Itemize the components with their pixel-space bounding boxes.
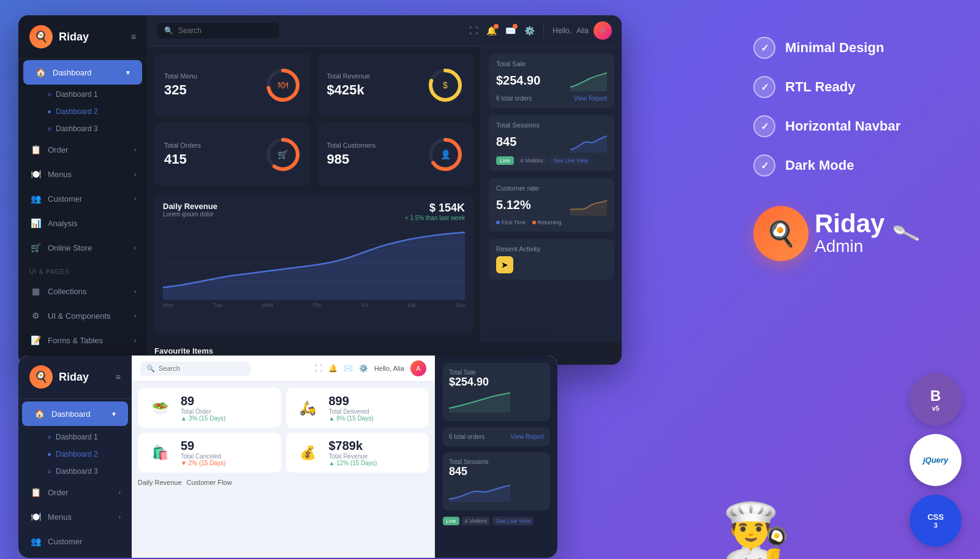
order-label-light: Order — [48, 488, 113, 497]
right-card-sessions2: Total Sessions 845 — [443, 452, 550, 511]
sidebar-light-d3[interactable]: Dashboard 3 — [18, 463, 132, 480]
bell-icon-light[interactable]: 🔔 — [328, 364, 337, 373]
hamburger-icon[interactable]: ≡ — [131, 32, 136, 42]
sidebar-item-ui-components[interactable]: ⚙ UI & Components › — [18, 303, 147, 328]
dot-d1-light — [48, 436, 51, 439]
sidebar-light-customer[interactable]: 👥 Customer — [18, 529, 132, 553]
stat-card-total-menu: Total Menu 325 🍽 — [154, 54, 311, 116]
stat-info-orders: Total Orders 415 — [164, 142, 265, 167]
feature-label-horizontal: Horizontal Navbar — [785, 118, 900, 134]
search-box[interactable]: 🔍 — [157, 23, 279, 39]
dashboard-light: 🍳 Riday ≡ 🏠 Dashboard ▼ Dashboard 1 Dash… — [18, 356, 557, 558]
right-card-recent-activity: Resent Activity ➤ — [489, 239, 614, 280]
sale-sparkline — [570, 70, 607, 91]
stat-circle-menu: 🍽 — [265, 67, 301, 104]
hamburger-light-icon[interactable]: ≡ — [116, 372, 121, 382]
sidebar-light-brand: Riday — [59, 371, 89, 384]
total-sale-row: $254.90 — [496, 70, 607, 91]
sidebar-light-d2[interactable]: Dashboard 2 — [18, 446, 132, 463]
topbar-actions-light: ⛶ 🔔 ✉️ ⚙️ Hello, Alia A — [315, 360, 426, 376]
favourite-items-title: Favourite Items — [154, 346, 213, 356]
sidebar-item-forms-tables[interactable]: 📝 Forms & Tables › — [18, 328, 147, 352]
expand-icon[interactable]: ⛶ — [469, 26, 478, 36]
main-content-light: 🔍 ⛶ 🔔 ✉️ ⚙️ Hello, Alia A 🥗 89 Total Ord… — [132, 356, 435, 558]
sidebar-brand-name: Riday — [59, 31, 89, 44]
sidebar-item-menus[interactable]: 🍽️ Menus › — [18, 162, 147, 186]
sale2-title: Total Sale — [449, 369, 544, 376]
sidebar-item-dashboard3[interactable]: Dashboard 3 — [18, 120, 147, 137]
sidebar-light-dashboard[interactable]: 🏠 Dashboard ▼ — [22, 401, 128, 426]
menus-label-light: Menus — [48, 512, 113, 522]
dashboard-grid: Total Menu 325 🍽 Total Revenue — [147, 47, 622, 365]
sidebar-light-order[interactable]: 📋 Order › — [18, 480, 132, 504]
riday-name: Riday — [815, 211, 884, 237]
day-mon: Mon — [163, 302, 174, 308]
sidebar-logo: 🍳 — [29, 25, 53, 48]
feature-list: Minimal Design RTL Ready Horizontal Navb… — [753, 37, 900, 194]
menus-icon: 🍽️ — [29, 168, 42, 180]
right-col-light: Total Sale $254.90 6 total orders View R… — [435, 356, 557, 558]
sidebar-item-customer[interactable]: 👥 Customer › — [18, 186, 147, 211]
avatar-light[interactable]: A — [410, 360, 426, 376]
day-tue: Tue — [213, 302, 222, 308]
sale2-value: $254.90 — [449, 376, 544, 389]
sidebar-light-d1[interactable]: Dashboard 1 — [18, 428, 132, 446]
dashboard-label: Dashboard — [53, 68, 119, 77]
sidebar-item-analysis[interactable]: 📊 Analysis — [18, 211, 147, 235]
sidebar-item-online-store[interactable]: 🛒 Online Store › — [18, 235, 147, 260]
settings-icon-light[interactable]: ⚙️ — [359, 364, 368, 373]
order-lbl: Total Order — [181, 408, 225, 415]
mail-icon-light[interactable]: ✉️ — [344, 364, 353, 373]
dot-d3-light — [48, 470, 51, 473]
customer-icon-light: 👥 — [29, 535, 42, 547]
expand-icon-light[interactable]: ⛶ — [315, 364, 322, 373]
live-badges: Live 4 Visitors See Live View — [496, 156, 607, 165]
view-report-btn[interactable]: View Report — [574, 95, 607, 102]
sub-dot-d3 — [48, 127, 51, 131]
sidebar: 🍳 Riday ≡ 🏠 Dashboard ▼ Dashboard 1 Dash… — [18, 15, 147, 365]
sidebar-item-dashboard2[interactable]: Dashboard 2 — [18, 103, 147, 120]
order-num: 89 — [181, 394, 225, 408]
stat-value-customers: 985 — [327, 151, 428, 167]
view-report2[interactable]: View Report — [511, 433, 544, 440]
settings-icon[interactable]: ⚙️ — [524, 26, 535, 36]
visitors-badge: 4 Visitors — [517, 156, 547, 165]
right-card-sessions: Total Sessions 845 Live 4 Visitors See L… — [489, 115, 614, 171]
sidebar-item-order[interactable]: 📋 Order › — [18, 137, 147, 162]
live-badge: Live — [496, 156, 514, 165]
analysis-icon: 📊 — [29, 217, 42, 229]
day-sun: Sun — [455, 302, 465, 308]
right-card-customer-rate: Customer rate 5.12% First Time — [489, 178, 614, 232]
riday-logo — [753, 206, 809, 261]
search-input-light[interactable] — [159, 365, 244, 372]
see-live-btn-2[interactable]: See Live View — [492, 517, 533, 525]
stat-card-total-orders: Total Orders 415 🛒 — [154, 123, 311, 185]
live-badge-2: Live — [443, 517, 459, 525]
sidebar-item-dashboard1[interactable]: Dashboard 1 — [18, 86, 147, 103]
dashboard-icon: 🏠 — [34, 66, 47, 78]
check-dark — [753, 154, 775, 177]
order-chg: ▲ 3% (15 Days) — [181, 415, 225, 422]
sidebar-item-dashboard[interactable]: 🏠 Dashboard ▼ — [23, 60, 142, 85]
day-fri: Fri — [361, 302, 368, 308]
user-avatar[interactable]: A — [594, 21, 612, 40]
stat-circle-customers: 👤 — [427, 136, 464, 173]
order-card-info: 89 Total Order ▲ 3% (15 Days) — [181, 394, 225, 422]
sidebar-item-collections[interactable]: ▦ Collections › — [18, 279, 147, 303]
see-live-btn[interactable]: See Live View — [549, 156, 592, 165]
feature-dark-mode: Dark Mode — [753, 154, 900, 177]
stat-info-menu: Total Menu 325 — [164, 72, 265, 98]
menus-label: Menus — [48, 170, 128, 179]
orders2-row: 6 total orders View Report — [449, 433, 544, 440]
stat-value-menu: 325 — [164, 82, 265, 98]
check-horizontal — [753, 115, 775, 137]
search-box-light[interactable]: 🔍 — [140, 362, 251, 376]
mail-icon[interactable]: ✉️ — [505, 26, 516, 36]
sidebar-light-menus[interactable]: 🍽️ Menus › — [18, 504, 132, 529]
dash-icon-light: 🏠 — [33, 408, 45, 420]
search-input[interactable] — [178, 26, 272, 35]
dashboard-arrow: ▼ — [125, 69, 131, 76]
check-rtl — [753, 76, 775, 98]
bell-icon[interactable]: 🔔 — [486, 26, 497, 36]
bell-badge — [494, 24, 499, 29]
